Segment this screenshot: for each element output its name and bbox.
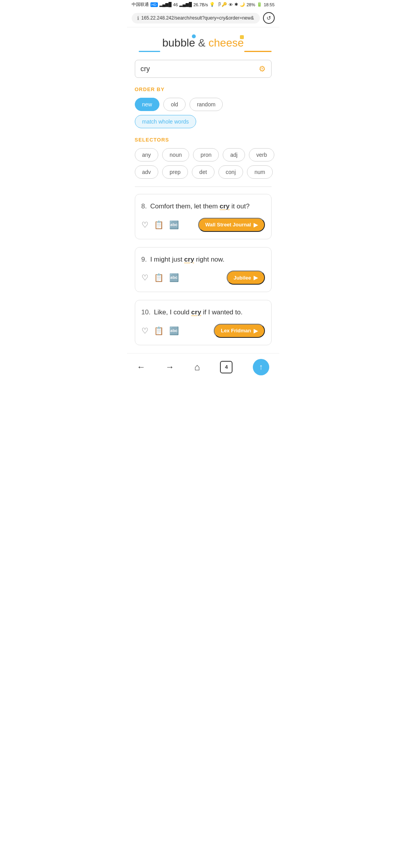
- result-before-1: Comfort them, let them: [150, 203, 220, 210]
- reload-button[interactable]: ↺: [263, 12, 275, 24]
- result-after-2: right now.: [194, 256, 225, 263]
- result-keyword-2: cry: [184, 256, 194, 263]
- source-button-2[interactable]: Jubilee ▶: [227, 271, 265, 285]
- clock: 18:55: [264, 2, 275, 7]
- selector-verb[interactable]: verb: [249, 148, 274, 161]
- status-right: 🔑 👁 ✱ 🌙 28% 🔋 18:55: [222, 2, 275, 7]
- logo-ampersand: &: [198, 37, 208, 49]
- source-button-3[interactable]: Lex Fridman ▶: [214, 324, 265, 338]
- logo-cheese: cheese: [209, 37, 244, 49]
- signal-bars2: ▂▄▆█: [179, 2, 192, 7]
- selector-adj[interactable]: adj: [223, 148, 245, 161]
- copy-icon-3[interactable]: 📋: [154, 326, 164, 335]
- order-old-button[interactable]: old: [163, 98, 186, 111]
- source-label-3: Lex Fridman: [221, 328, 251, 334]
- selector-any[interactable]: any: [135, 148, 159, 161]
- result-sentence-1: 8. Comfort them, let them cry it out?: [141, 201, 265, 212]
- selector-det[interactable]: det: [192, 165, 214, 179]
- result-card-2: 9. I might just cry right now. ♡ 📋 🔤 Jub…: [135, 247, 272, 292]
- copy-icon-1[interactable]: 📋: [154, 220, 164, 230]
- order-by-pills: new old random match whole words: [135, 98, 272, 128]
- like-icon-3[interactable]: ♡: [141, 326, 148, 335]
- data-speed: 26.7B/s: [193, 2, 208, 7]
- result-after-3: if I wanted to.: [201, 308, 243, 316]
- translate-icon-3[interactable]: 🔤: [169, 326, 179, 335]
- source-button-1[interactable]: Wall Street Journal ▶: [198, 218, 265, 232]
- source-label-1: Wall Street Journal: [205, 222, 251, 228]
- logo-underlines: [135, 50, 272, 52]
- logo-text: bubble & cheese: [162, 37, 244, 49]
- battery-level: 28%: [247, 2, 255, 7]
- order-by-label: ORDER BY: [135, 86, 272, 92]
- home-button[interactable]: ⌂: [194, 362, 200, 373]
- info-icon: ℹ: [137, 15, 139, 21]
- signal-bars: ▂▄▆█: [159, 2, 172, 7]
- selector-conj[interactable]: conj: [218, 165, 243, 179]
- up-button[interactable]: ↑: [253, 359, 269, 375]
- result-before-2: I might just: [150, 256, 184, 263]
- carrier1-badge: HD: [150, 2, 158, 7]
- selector-rows: any noun pron adj verb adv prep det conj…: [135, 148, 272, 179]
- translate-icon-2[interactable]: 🔤: [169, 273, 179, 282]
- order-match-whole-words-button[interactable]: match whole words: [135, 115, 197, 128]
- result-sentence-3: 10. Like, I could cry if I wanted to.: [141, 307, 265, 317]
- result-before-3: Like, I could: [154, 308, 191, 316]
- url-text: 165.22.248.242/search/result?query=cry&o…: [141, 15, 254, 21]
- yt-icon-2: ▶: [254, 274, 258, 281]
- order-new-button[interactable]: new: [135, 98, 160, 111]
- section-divider: [135, 187, 272, 187]
- selector-prep[interactable]: prep: [162, 165, 188, 179]
- logo-bubble: bubble: [162, 37, 195, 49]
- result-actions-1: ♡ 📋 🔤 Wall Street Journal ▶: [141, 218, 265, 232]
- result-number-2: 9.: [141, 256, 147, 263]
- yt-icon-1: ▶: [254, 222, 258, 228]
- result-number-3: 10.: [141, 308, 151, 316]
- signal-type: 46: [173, 2, 178, 7]
- order-random-button[interactable]: random: [190, 98, 223, 111]
- selector-noun[interactable]: noun: [162, 148, 189, 161]
- result-after-1: it out?: [230, 203, 250, 210]
- status-bar: 中国联通 HD ▂▄▆█ 46 ▂▄▆█ 26.7B/s 💡 卩 🔑 👁 ✱ 🌙…: [127, 0, 279, 9]
- translate-icon-1[interactable]: 🔤: [169, 220, 179, 230]
- source-label-2: Jubilee: [234, 275, 251, 281]
- selector-adv[interactable]: adv: [135, 165, 159, 179]
- moon-icon: 🌙: [240, 2, 245, 7]
- logo: bubble & cheese: [135, 27, 272, 60]
- search-box[interactable]: cry ⚙: [135, 60, 272, 78]
- main-content: bubble & cheese cry ⚙ ORDER BY new old r…: [127, 27, 279, 345]
- carrier1-label: 中国联通: [132, 2, 149, 7]
- eye-icon: 👁: [229, 2, 233, 7]
- result-card-1: 8. Comfort them, let them cry it out? ♡ …: [135, 194, 272, 239]
- back-button[interactable]: ←: [137, 362, 145, 372]
- forward-button[interactable]: →: [166, 362, 174, 372]
- battery-icon: 🔋: [257, 2, 262, 7]
- bubble-underline: [139, 51, 160, 52]
- selector-num[interactable]: num: [247, 165, 272, 179]
- status-left: 中国联通 HD ▂▄▆█ 46 ▂▄▆█ 26.7B/s 💡 卩: [132, 2, 221, 7]
- browser-bar: ℹ 165.22.248.242/search/result?query=cry…: [127, 9, 279, 27]
- result-keyword-1: cry: [220, 203, 230, 210]
- copy-icon-2[interactable]: 📋: [154, 273, 164, 282]
- bottom-nav: ← → ⌂ 4 ↑: [127, 353, 279, 383]
- selector-row-1: any noun pron adj verb: [135, 148, 272, 161]
- yt-icon-3: ▶: [254, 328, 258, 334]
- like-icon-2[interactable]: ♡: [141, 273, 148, 282]
- selectors-label: SELECTORS: [135, 137, 272, 143]
- result-card-3: 10. Like, I could cry if I wanted to. ♡ …: [135, 300, 272, 345]
- filter-icon[interactable]: ⚙: [259, 64, 266, 74]
- tabs-button[interactable]: 4: [220, 361, 233, 373]
- pay-icon: 卩: [216, 2, 221, 7]
- key-icon: 🔑: [222, 2, 227, 7]
- order-by-section: ORDER BY new old random match whole word…: [135, 86, 272, 128]
- result-actions-2: ♡ 📋 🔤 Jubilee ▶: [141, 271, 265, 285]
- like-icon-1[interactable]: ♡: [141, 220, 148, 230]
- selector-row-2: adv prep det conj num: [135, 165, 272, 179]
- result-keyword-3: cry: [191, 308, 201, 316]
- result-number-1: 8.: [141, 203, 147, 210]
- wifi-icon: 💡: [209, 2, 215, 7]
- cheese-underline: [244, 51, 272, 52]
- selector-pron[interactable]: pron: [193, 148, 219, 161]
- url-box[interactable]: ℹ 165.22.248.242/search/result?query=cry…: [132, 13, 260, 23]
- result-actions-3: ♡ 📋 🔤 Lex Fridman ▶: [141, 324, 265, 338]
- search-query: cry: [141, 65, 150, 73]
